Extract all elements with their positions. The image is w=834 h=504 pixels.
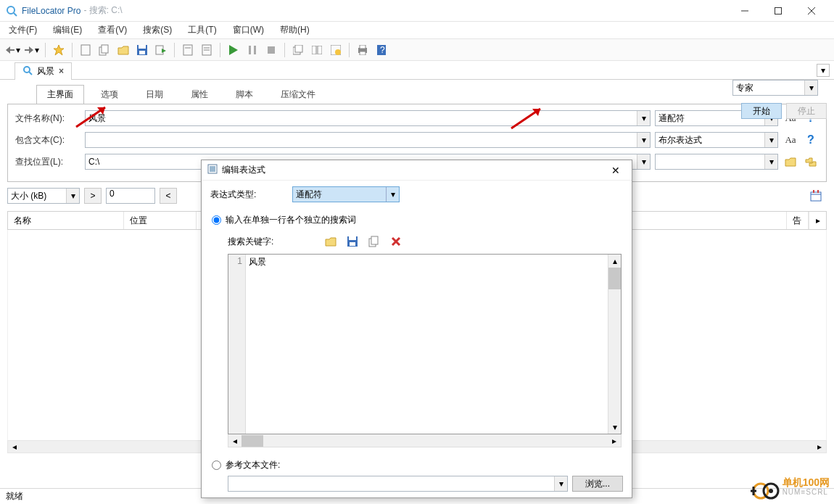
open-button[interactable] xyxy=(115,41,132,59)
svg-point-60 xyxy=(769,489,773,493)
chevron-down-icon[interactable]: ▾ xyxy=(764,154,777,169)
containing-input[interactable]: ▾ xyxy=(85,132,651,148)
vscroll-thumb[interactable] xyxy=(608,268,621,289)
new-doc-button[interactable] xyxy=(77,41,94,59)
menu-search[interactable]: 搜索(S) xyxy=(140,22,175,38)
expert-mode-select[interactable]: 专家 ▾ xyxy=(732,80,818,96)
window-options-button[interactable] xyxy=(327,41,344,59)
export-button[interactable] xyxy=(152,41,170,59)
pause-button[interactable] xyxy=(244,41,261,59)
size-gt-button[interactable]: > xyxy=(84,188,102,204)
search-tab-archive[interactable]: 压缩文件 xyxy=(270,85,326,104)
size-unit-select[interactable]: 大小 (kB) ▾ xyxy=(7,188,80,204)
chevron-down-icon[interactable]: ▾ xyxy=(637,154,650,169)
help-button[interactable]: ? xyxy=(373,41,390,59)
search-tab-script[interactable]: 脚本 xyxy=(225,85,264,104)
scroll-up-icon[interactable]: ▴ xyxy=(608,255,621,268)
col-location[interactable]: 位置 xyxy=(124,212,197,229)
chevron-down-icon[interactable]: ▾ xyxy=(554,476,567,491)
ref-file-input[interactable]: ▾ xyxy=(228,476,568,492)
dialog-copy-button[interactable] xyxy=(366,234,382,249)
scroll-right-icon[interactable]: ▸ xyxy=(813,441,826,453)
chevron-down-icon[interactable]: ▾ xyxy=(804,80,817,95)
subfolder-button[interactable] xyxy=(803,154,819,170)
maximize-button[interactable] xyxy=(761,1,795,21)
close-button[interactable] xyxy=(795,1,828,21)
start-button[interactable]: 开始 xyxy=(741,103,782,119)
stop-button[interactable] xyxy=(263,41,280,59)
window-cascade-button[interactable] xyxy=(289,41,307,59)
expression-editor[interactable]: 1 风景 ▴ ▾ xyxy=(228,254,622,434)
search-tab-main[interactable]: 主界面 xyxy=(36,85,84,104)
dialog-delete-button[interactable] xyxy=(388,234,404,249)
save-button[interactable] xyxy=(133,41,151,59)
tab-close-button[interactable]: × xyxy=(59,66,64,76)
svg-rect-43 xyxy=(813,190,814,193)
menu-file[interactable]: 文件(F) xyxy=(6,22,40,38)
radio-each-line[interactable]: 输入在单独一行各个独立的搜索词 xyxy=(212,214,623,226)
favorite-button[interactable] xyxy=(50,41,67,59)
size-unit-value: 大小 (kB) xyxy=(11,190,46,202)
dialog-open-button[interactable] xyxy=(323,234,339,249)
lookin-mode-select[interactable]: ▾ xyxy=(655,154,778,170)
radio-ref-file-input[interactable] xyxy=(212,460,221,470)
search-tab-date[interactable]: 日期 xyxy=(135,85,174,104)
size-min-input[interactable]: 0 xyxy=(106,188,155,204)
chevron-down-icon[interactable]: ▾ xyxy=(764,133,777,147)
status-text: 就绪 xyxy=(6,490,23,503)
size-lt-button[interactable]: < xyxy=(160,188,177,204)
col-report[interactable]: 告 xyxy=(787,212,809,229)
menu-tools[interactable]: 工具(T) xyxy=(185,22,219,38)
col-name[interactable]: 名称 xyxy=(8,212,124,229)
editor-vscrollbar[interactable]: ▴ ▾ xyxy=(608,255,621,434)
case-sensitive-button-2[interactable]: Aa xyxy=(783,132,798,148)
tab-dropdown-button[interactable]: ▾ xyxy=(817,64,830,77)
menu-edit[interactable]: 编辑(E) xyxy=(50,22,85,38)
menu-window[interactable]: 窗口(W) xyxy=(230,22,267,38)
editor-content[interactable]: 风景 xyxy=(246,255,608,434)
scroll-right-icon[interactable]: ▸ xyxy=(608,434,621,447)
results-scroll-right-button[interactable]: ▸ xyxy=(809,212,826,229)
scroll-left-icon[interactable]: ◂ xyxy=(8,441,21,453)
browse-button[interactable]: 浏览... xyxy=(572,476,623,492)
scroll-down-icon[interactable]: ▾ xyxy=(608,421,621,434)
play-button[interactable] xyxy=(225,41,242,59)
doc1-button[interactable] xyxy=(179,41,197,59)
editor-hscrollbar[interactable]: ◂ ▸ xyxy=(228,434,622,447)
watermark-icon xyxy=(751,472,780,501)
help-containing-button[interactable]: ? xyxy=(803,132,819,148)
svg-rect-50 xyxy=(210,166,215,172)
stop-button[interactable]: 停止 xyxy=(786,103,827,119)
nav-back-button[interactable]: ▾ xyxy=(4,41,22,59)
hscroll-thumb[interactable] xyxy=(241,435,263,447)
tab-search[interactable]: 风景 × xyxy=(15,62,72,80)
dialog-titlebar[interactable]: 编辑表达式 ✕ xyxy=(202,160,632,181)
menu-view[interactable]: 查看(V) xyxy=(95,22,130,38)
svg-rect-44 xyxy=(817,190,819,193)
menu-help[interactable]: 帮助(H) xyxy=(277,22,313,38)
radio-each-line-input[interactable] xyxy=(212,215,221,225)
calendar-button[interactable] xyxy=(808,188,824,204)
chevron-down-icon[interactable]: ▾ xyxy=(66,189,79,203)
nav-forward-button[interactable]: ▾ xyxy=(23,41,41,59)
search-tab-options[interactable]: 选项 xyxy=(90,85,129,104)
radio-ref-file[interactable]: 参考文本文件: xyxy=(212,459,623,471)
svg-rect-3 xyxy=(775,7,782,14)
filename-input[interactable]: 风景 ▾ xyxy=(85,110,651,126)
expr-type-select[interactable]: 通配符 ▾ xyxy=(292,186,400,202)
print-button[interactable] xyxy=(354,41,371,59)
minimize-button[interactable] xyxy=(728,1,761,21)
scroll-left-icon[interactable]: ◂ xyxy=(228,434,241,447)
containing-mode-select[interactable]: 布尔表达式 ▾ xyxy=(655,132,778,148)
svg-text:?: ? xyxy=(380,45,385,55)
chevron-down-icon[interactable]: ▾ xyxy=(386,187,399,202)
copy-button[interactable] xyxy=(96,41,113,59)
dialog-close-button[interactable]: ✕ xyxy=(606,162,626,178)
chevron-down-icon[interactable]: ▾ xyxy=(637,111,650,125)
doc2-button[interactable] xyxy=(198,41,215,59)
window-tile-button[interactable] xyxy=(308,41,326,59)
browse-folder-button[interactable] xyxy=(783,154,798,170)
chevron-down-icon[interactable]: ▾ xyxy=(637,133,650,147)
dialog-save-button[interactable] xyxy=(344,234,360,249)
search-tab-attributes[interactable]: 属性 xyxy=(180,85,219,104)
